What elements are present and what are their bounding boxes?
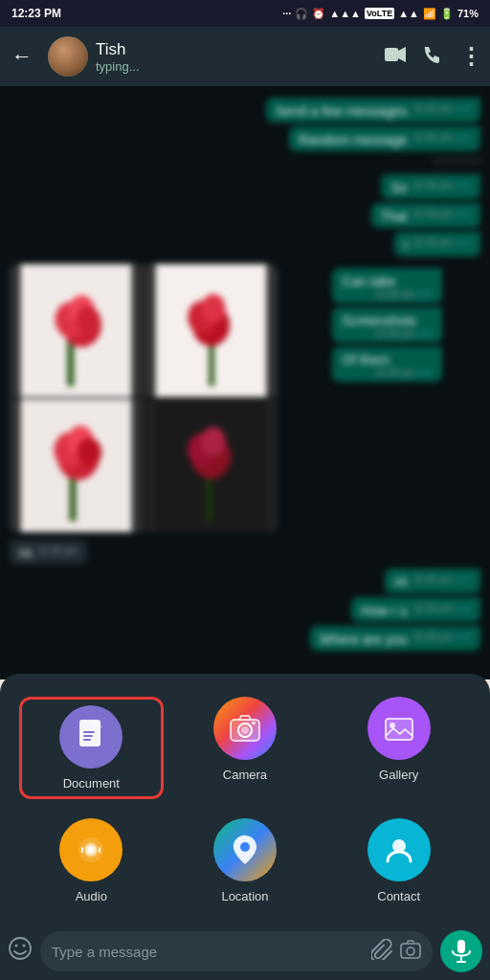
attach-gallery-button[interactable]: Gallery: [326, 697, 471, 799]
message-bubble: So 12:20 pm ✓✓: [381, 174, 480, 199]
microphone-button[interactable]: [440, 930, 482, 972]
svg-rect-26: [83, 731, 95, 733]
attach-document-button[interactable]: Document: [19, 697, 164, 799]
alarm-icon: ⏰: [312, 8, 325, 20]
headphone-icon: 🎧: [295, 8, 308, 20]
status-bar: 12:23 PM ··· 🎧 ⏰ ▲▲▲ VoLTE ▲▲ 📶 🔋 71%: [0, 0, 490, 27]
svg-point-32: [241, 726, 249, 734]
camera-icon-circle: [213, 697, 277, 760]
message-bubble: Send a few messages 12:20 pm ✓✓: [266, 98, 480, 122]
location-label: Location: [221, 889, 268, 903]
svg-point-12: [201, 294, 225, 323]
attachment-panel: Document Camera: [0, 674, 490, 923]
attach-grid: Document Camera: [19, 697, 471, 903]
message-bubble: I 12:20 pm ✓✓: [394, 232, 480, 256]
message-bubble: Hi 12:20 pm ✓✓: [385, 568, 480, 593]
svg-rect-33: [252, 722, 256, 724]
photo-cell: [10, 264, 143, 397]
contact-icon-circle: [368, 818, 431, 881]
dots-icon: ···: [282, 8, 291, 19]
message-placeholder[interactable]: Type a message: [52, 944, 364, 960]
message-bubble: Hi 12:20 pm: [10, 540, 87, 565]
svg-point-46: [407, 947, 414, 955]
svg-point-36: [390, 723, 395, 728]
document-label: Document: [63, 776, 120, 791]
svg-point-39: [88, 847, 94, 853]
attach-audio-button[interactable]: Audio: [19, 818, 164, 903]
contact-name: Tish: [96, 40, 377, 59]
photo-cell: [10, 399, 143, 532]
svg-marker-1: [398, 47, 406, 62]
status-time: 12:23 PM: [11, 7, 61, 20]
message-bubble: That 12:20 pm ✓✓: [371, 203, 481, 228]
photo-grid: [10, 264, 278, 532]
message-bubble: How r u 12:20 pm ✓✓: [351, 597, 480, 622]
status-icons: ··· 🎧 ⏰ ▲▲▲ VoLTE ▲▲ 📶 🔋 71%: [282, 8, 479, 20]
volte-icon: VoLTE: [365, 8, 394, 19]
contact-info[interactable]: Tish typing...: [96, 40, 377, 74]
phone-call-button[interactable]: [423, 45, 442, 69]
svg-point-18: [78, 438, 101, 467]
audio-label: Audio: [76, 889, 107, 903]
location-icon-circle: [213, 818, 277, 881]
signal-icon: ▲▲▲: [329, 8, 361, 19]
paperclip-icon[interactable]: [371, 939, 392, 965]
more-options-button[interactable]: ⋮: [459, 43, 482, 70]
svg-point-40: [240, 842, 250, 852]
gallery-icon-circle: [368, 697, 431, 760]
message-bubble: Where are you 12:20 pm ✓✓: [310, 626, 480, 651]
camera-input-icon[interactable]: [400, 940, 421, 964]
camera-label: Camera: [223, 768, 267, 782]
chat-messages: Send a few messages 12:20 pm ✓✓ Random m…: [0, 86, 490, 679]
time-display: 12:23 PM: [11, 7, 61, 20]
photo-cell: [145, 264, 278, 397]
message-bubble: Of them 12:20 pm ✓✓: [332, 346, 442, 382]
message-input-wrap: Type a message: [40, 931, 433, 971]
video-call-button[interactable]: [385, 46, 406, 68]
emoji-button[interactable]: [8, 936, 33, 967]
avatar-image: [48, 36, 88, 77]
document-icon-circle: [59, 705, 122, 768]
attach-camera-button[interactable]: Camera: [173, 697, 318, 799]
svg-rect-28: [83, 739, 91, 741]
message-bubble: Random message 12:20 pm ✓✓: [289, 126, 480, 151]
message-bubble: Screenshots 12:20 pm ✓✓: [332, 307, 442, 343]
svg-point-44: [23, 945, 26, 947]
contact-label: Contact: [377, 889, 420, 903]
chat-area: Send a few messages 12:20 pm ✓✓ Random m…: [0, 86, 490, 679]
input-bar: Type a message: [0, 923, 490, 980]
svg-point-43: [15, 945, 18, 947]
back-button[interactable]: ←: [4, 36, 40, 77]
signal2-icon: ▲▲: [398, 8, 419, 19]
wifi-icon: 📶: [423, 8, 436, 20]
gallery-label: Gallery: [379, 768, 418, 782]
contact-status: typing...: [96, 59, 377, 74]
audio-icon-circle: [59, 818, 122, 881]
battery-percent: 71%: [457, 8, 479, 19]
attach-location-button[interactable]: Location: [173, 818, 318, 903]
svg-rect-34: [386, 719, 412, 740]
svg-rect-47: [457, 940, 465, 953]
svg-point-42: [10, 938, 31, 959]
battery-icon: 🔋: [440, 8, 454, 20]
photo-cell: [145, 399, 278, 532]
attach-contact-button[interactable]: Contact: [326, 818, 471, 903]
svg-rect-0: [385, 48, 398, 61]
svg-point-23: [201, 427, 225, 456]
header-icons: ⋮: [385, 43, 482, 70]
avatar[interactable]: [48, 36, 88, 77]
chat-header: ← Tish typing... ⋮: [0, 27, 490, 86]
message-bubble: Can take 12:20 pm ✓✓: [332, 268, 442, 303]
svg-point-7: [77, 306, 99, 333]
svg-rect-27: [83, 735, 93, 737]
